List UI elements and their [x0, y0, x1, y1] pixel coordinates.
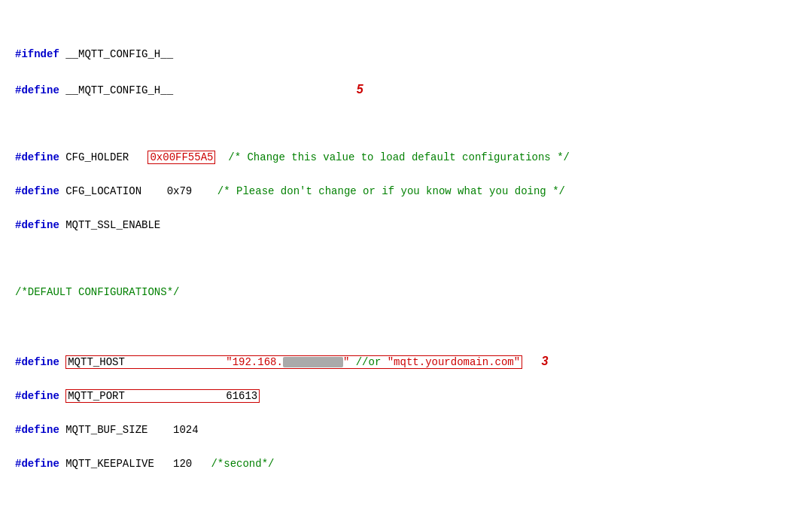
cfg-location-comment: /* Please don't change or if you know wh…	[217, 185, 565, 197]
mqtt-host-ip: "192.168.xx.xx"	[226, 356, 349, 368]
line-ifndef: #ifndef __MQTT_CONFIG_H__	[15, 46, 797, 62]
kw-mqtt-ssl: #define	[15, 219, 59, 231]
kw-ifndef: #ifndef	[15, 48, 59, 60]
kw-cfg-location: #define	[15, 185, 59, 197]
line-blank2	[15, 251, 797, 267]
line-mqtt-ssl: #define MQTT_SSL_ENABLE	[15, 217, 797, 233]
cfg-holder-value: 0x00FF55A5	[150, 151, 213, 163]
kw-mqtt-host: #define	[15, 356, 59, 368]
cfg-holder-comment: /* Change this value to load default con…	[228, 151, 570, 163]
kw-cfg-holder: #define	[15, 151, 59, 163]
mqtt-host-or: //or	[356, 356, 382, 368]
line-blank1	[15, 116, 797, 133]
line-mqtt-keepalive: #define MQTT_KEEPALIVE 120 /*second*/	[15, 455, 797, 472]
line-mqtt-buf: #define MQTT_BUF_SIZE 1024	[15, 422, 797, 438]
kw-define-guard: #define	[15, 84, 59, 96]
code-editor: #ifndef __MQTT_CONFIG_H__ #define __MQTT…	[15, 12, 797, 521]
kw-mqtt-port: #define	[15, 390, 59, 402]
line-blank4	[15, 489, 797, 505]
line-cfg-holder: #define CFG_HOLDER 0x00FF55A5 /* Change …	[15, 149, 797, 166]
line-define-guard: #define __MQTT_CONFIG_H__ 5	[15, 80, 797, 99]
line-blank3	[15, 318, 797, 334]
annotation-5: 5	[357, 83, 363, 96]
line-default-comment: /*DEFAULT CONFIGURATIONS*/	[15, 284, 797, 300]
line-cfg-location: #define CFG_LOCATION 0x79 /* Please don'…	[15, 183, 797, 200]
default-config-comment: /*DEFAULT CONFIGURATIONS*/	[15, 286, 179, 298]
annotation-3: 3	[541, 355, 548, 367]
keepalive-comment: /*second*/	[211, 458, 274, 470]
line-mqtt-host: #define MQTT_HOST "192.168.xx.xx" //or "…	[15, 352, 797, 371]
mqtt-port-box: MQTT_PORT 61613	[65, 389, 260, 403]
line-mqtt-port: #define MQTT_PORT 61613	[15, 388, 797, 404]
blurred-ip: xx.xx	[283, 357, 343, 367]
kw-mqtt-keepalive: #define	[15, 458, 59, 470]
mqtt-host-box: MQTT_HOST "192.168.xx.xx" //or "mqtt.you…	[65, 355, 522, 369]
kw-mqtt-buf: #define	[15, 424, 59, 436]
mqtt-host-domain: "mqtt.yourdomain.com"	[388, 356, 520, 368]
cfg-holder-value-box: 0x00FF55A5	[147, 151, 215, 164]
